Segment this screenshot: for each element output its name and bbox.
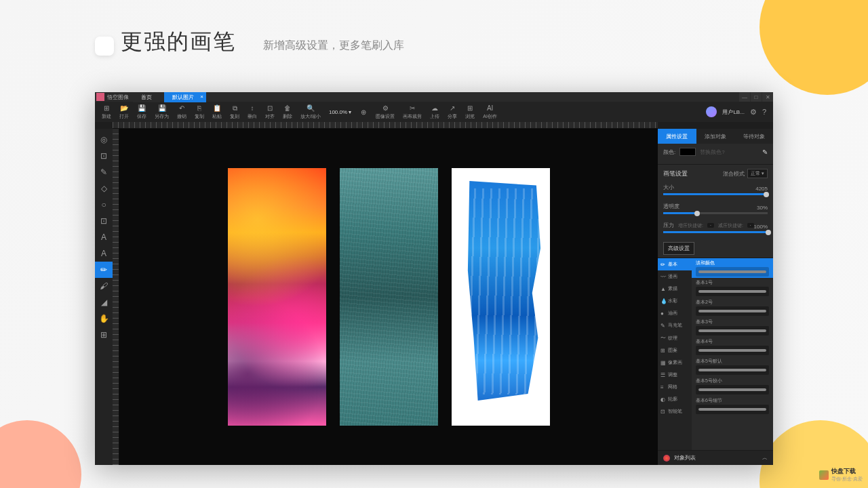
tab-canvas-label: 默认图片 (172, 94, 194, 100)
tool-pen[interactable]: ✎ (95, 164, 113, 180)
toolbar-AI创作[interactable]: AIAI创作 (479, 103, 501, 121)
panel-tab-add[interactable]: 添加对象 (696, 129, 735, 144)
toolbar-另存为[interactable]: 💾另存为 (151, 103, 173, 121)
tool-brush[interactable]: ✏ (95, 262, 113, 278)
tool-crop[interactable]: ⊡ (95, 213, 113, 229)
window-maximize[interactable]: □ (751, 92, 762, 102)
brush-基本6号细节[interactable]: 基本6号细节 (692, 396, 773, 415)
brush-cat-漫画[interactable]: 〰漫画 (658, 270, 692, 283)
brush-cat-像素画[interactable]: ▦像素画 (658, 357, 692, 369)
brush-cat-轮廓[interactable]: ◐轮廓 (658, 393, 692, 405)
titlebar: 悟空图像 首页 默认图片 × — □ ✕ (95, 92, 773, 102)
toolbar-放大/缩小[interactable]: 🔍放大/缩小 (296, 103, 325, 121)
toolbar-上传[interactable]: ☁上传 (426, 103, 443, 121)
toolbar-复制[interactable]: ⎘复制 (191, 103, 208, 121)
window-minimize[interactable]: — (739, 92, 750, 102)
watermark-icon (819, 470, 829, 480)
toolbar-删除[interactable]: 🗑删除 (279, 103, 296, 121)
pressure-dec-hotkey[interactable]: · (747, 223, 754, 228)
toolbar-画布裁剪[interactable]: ✂画布裁剪 (399, 103, 426, 121)
promo-title: 更强的画笔 (121, 29, 236, 54)
panel-tab-properties[interactable]: 属性设置 (658, 129, 696, 144)
app-name: 悟空图像 (107, 94, 129, 101)
toolbar-复刻[interactable]: ⧉复刻 (226, 103, 243, 121)
toolbar-粘贴[interactable]: 📋粘贴 (208, 103, 226, 121)
tool-ellipse[interactable]: ○ (95, 197, 113, 213)
toolbar-item-13[interactable]: ⊕ (355, 103, 372, 121)
promo-icon (95, 37, 114, 56)
brush-基本4号[interactable]: 基本4号 (692, 337, 773, 357)
brush-淡和颜色[interactable]: 淡和颜色 (692, 258, 773, 278)
object-list-icon (663, 455, 670, 462)
toolbar-撤销[interactable]: ↶撤销 (173, 103, 191, 121)
brush-cat-调整[interactable]: ☰调整 (658, 369, 692, 381)
artwork-2[interactable] (340, 168, 438, 426)
brush-cat-纹理[interactable]: 〜纹理 (658, 331, 692, 344)
user-label[interactable]: 用户LB... (722, 108, 744, 116)
brush-基本3号[interactable]: 基本3号 (692, 317, 773, 337)
tool-text2[interactable]: A (95, 245, 113, 262)
eyedropper-icon[interactable]: ✎ (762, 148, 768, 156)
toolbar-保存[interactable]: 💾保存 (133, 103, 151, 121)
panel-tab-wait[interactable]: 等待对象 (734, 129, 773, 144)
watermark: 快盘下载 寻你·所念·真爱 (819, 467, 863, 483)
brush-基本1号[interactable]: 基本1号 (692, 278, 773, 298)
brush-cat-智能笔[interactable]: ⊡智能笔 (658, 405, 692, 418)
brush-cat-油画[interactable]: ●油画 (658, 307, 692, 319)
brush-cat-素描[interactable]: ▲素描 (658, 283, 692, 295)
toolbar-分享[interactable]: ↗分享 (443, 103, 461, 121)
toolbar-浏览[interactable]: ⊞浏览 (461, 103, 479, 121)
toolbar-图像设置[interactable]: ⚙图像设置 (372, 103, 399, 121)
right-panel: 属性设置 添加对象 等待对象 颜色: 替换颜色? ✎ 画笔设置 混合模式 正常 … (658, 129, 773, 465)
brush-cat-水彩[interactable]: 💧水彩 (658, 295, 692, 307)
tool-paint[interactable]: 🖌 (95, 278, 113, 294)
brush-settings-title: 画笔设置 (663, 169, 688, 178)
object-list-header[interactable]: 对象列表 ︿ (658, 450, 773, 465)
brush-基本5号较小[interactable]: 基本5号较小 (692, 376, 773, 396)
brush-cat-图案[interactable]: ⊞图案 (658, 344, 692, 357)
tab-home[interactable]: 首页 (133, 92, 160, 102)
advanced-settings-button[interactable]: 高级设置 (663, 242, 694, 255)
size-slider[interactable]: 4205 (663, 193, 768, 195)
settings-icon[interactable]: ⚙ (750, 108, 757, 117)
artwork-1[interactable] (228, 168, 326, 426)
color-replace-label: 替换颜色? (700, 148, 724, 156)
toolbar-对齐[interactable]: ⊡对齐 (261, 103, 279, 121)
brush-cat-基本[interactable]: ✏基本 (658, 258, 692, 270)
canvas-area[interactable] (119, 129, 658, 465)
toolbar-垂白[interactable]: ↕垂白 (243, 103, 261, 121)
tab-close-icon[interactable]: × (200, 94, 203, 100)
toolbar-item-12[interactable]: 100.0% ▾ (325, 103, 355, 121)
promo-subtitle: 新增高级设置，更多笔刷入库 (263, 39, 404, 53)
user-avatar[interactable] (706, 106, 717, 117)
toolbar-新建[interactable]: ⊞新建 (98, 103, 115, 121)
tool-shape[interactable]: ◇ (95, 180, 113, 197)
tool-grid[interactable]: ⊞ (95, 327, 113, 343)
brush-cat-网格[interactable]: ≡网格 (658, 381, 692, 393)
artwork-3[interactable] (452, 168, 550, 426)
pressure-inc-hotkey[interactable]: · (707, 223, 714, 228)
window-close[interactable]: ✕ (762, 92, 773, 102)
tool-hand[interactable]: ✋ (95, 310, 113, 327)
tool-select[interactable]: ⊡ (95, 148, 113, 164)
chevron-up-icon[interactable]: ︿ (762, 454, 768, 462)
brush-基本2号[interactable]: 基本2号 (692, 298, 773, 317)
app-logo (96, 93, 104, 101)
pressure-inc-label: 增压快捷键: (678, 222, 703, 229)
tool-gradient[interactable]: ◢ (95, 294, 113, 310)
toolbar-打开[interactable]: 📂打开 (115, 103, 133, 121)
brush-基本5号默认[interactable]: 基本5号默认 (692, 357, 773, 376)
pressure-slider[interactable]: 100% (663, 231, 768, 233)
tool-text[interactable]: A (95, 229, 113, 245)
tool-pointer[interactable]: ◎ (95, 131, 113, 148)
help-icon[interactable]: ? (762, 108, 766, 116)
opacity-slider[interactable]: 30% (663, 212, 768, 214)
tab-canvas[interactable]: 默认图片 × (164, 92, 206, 102)
brush-cat-马克笔[interactable]: ✎马克笔 (658, 319, 692, 331)
color-label: 颜色: (663, 148, 675, 156)
left-toolbar: ◎⊡✎◇○⊡AA✏🖌◢✋⊞ (95, 129, 113, 465)
blend-mode-select[interactable]: 正常 ▾ (747, 169, 768, 178)
watermark-tagline: 寻你·所念·真爱 (831, 476, 863, 483)
promo-header: 更强的画笔 新增高级设置，更多笔刷入库 (95, 27, 404, 57)
color-swatch[interactable] (679, 148, 696, 156)
